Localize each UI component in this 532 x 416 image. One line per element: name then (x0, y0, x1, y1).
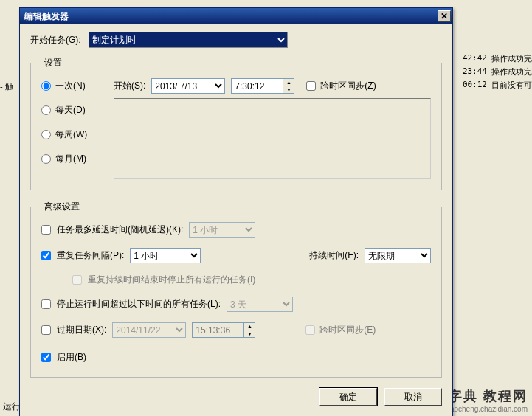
chevron-down-icon: ▼ (244, 330, 255, 337)
random-delay-label: 任务最多延迟时间(随机延迟)(K): (57, 223, 183, 236)
schedule-detail-panel (114, 98, 431, 179)
radio-weekly[interactable]: 每周(W) (41, 128, 103, 141)
expire-date-picker: 2014/11/22 (112, 322, 186, 338)
radio-monthly[interactable]: 每月(M) (41, 153, 103, 165)
log-row: 00:12目前没有可 (463, 78, 532, 91)
sidebar-tab-label: - 触 (0, 82, 13, 91)
statusbar-text: 运行 (3, 401, 21, 413)
begin-task-select[interactable]: 制定计划时 (89, 32, 288, 48)
stop-at-end-label: 重复持续时间结束时停止所有运行的任务(I) (88, 274, 255, 286)
cancel-button[interactable]: 取消 (384, 388, 442, 406)
expire-checkbox[interactable] (41, 325, 51, 335)
stop-longer-checkbox[interactable] (41, 299, 51, 309)
time-spinner[interactable]: ▲▼ (283, 78, 294, 94)
start-label: 开始(S): (114, 80, 145, 92)
random-delay-checkbox[interactable] (41, 225, 51, 235)
close-button[interactable]: ✕ (438, 10, 451, 22)
radio-once[interactable]: 一次(N) (41, 80, 103, 92)
close-icon: ✕ (441, 11, 448, 21)
repeat-interval-select[interactable]: 1 小时 (130, 248, 201, 263)
advanced-group: 高级设置 任务最多延迟时间(随机延迟)(K): 1 小时 重复任务间隔(P): … (30, 201, 442, 378)
expire-sync-checkbox: 跨时区同步(E) (305, 324, 376, 336)
start-date-picker[interactable]: 2013/ 7/13 (151, 78, 225, 94)
enabled-checkbox[interactable] (41, 353, 51, 362)
time-spinner: ▲▼ (243, 322, 255, 338)
start-time-field[interactable] (231, 78, 283, 94)
random-delay-select: 1 小时 (189, 222, 255, 238)
expire-time-field (192, 322, 243, 338)
begin-task-label: 开始任务(G): (30, 34, 81, 46)
log-row: 42:42操作成功完 (463, 52, 532, 65)
repeat-label: 重复任务间隔(P): (57, 249, 124, 262)
ok-button[interactable]: 确定 (319, 388, 377, 406)
expire-label: 过期日期(X): (57, 324, 106, 336)
settings-group: 设置 一次(N) 每天(D) 每周(W) 每月(M) 开始(S): 2013/ … (30, 57, 442, 190)
settings-legend: 设置 (41, 57, 65, 69)
dialog-title: 编辑触发器 (24, 10, 69, 23)
repeat-checkbox[interactable] (41, 251, 51, 260)
stop-longer-select: 3 天 (227, 297, 293, 312)
radio-daily[interactable]: 每天(D) (41, 104, 103, 117)
edit-trigger-dialog: 编辑触发器 ✕ 开始任务(G): 制定计划时 设置 一次(N) 每天(D) 每周… (19, 7, 453, 416)
log-row: 23:44操作成功完 (463, 65, 532, 78)
stop-longer-label: 停止运行时间超过以下时间的所有任务(L): (57, 298, 221, 311)
chevron-up-icon: ▲ (244, 323, 255, 330)
enabled-label: 启用(B) (57, 351, 86, 364)
background-log: 42:42操作成功完 23:44操作成功完 00:12目前没有可 (463, 52, 532, 91)
titlebar[interactable]: 编辑触发器 ✕ (20, 8, 452, 24)
sync-timezone-checkbox[interactable]: 跨时区同步(Z) (306, 80, 376, 92)
chevron-down-icon[interactable]: ▼ (283, 86, 294, 93)
advanced-legend: 高级设置 (41, 201, 83, 213)
duration-label: 持续时间(F): (309, 249, 359, 262)
duration-select[interactable]: 无限期 (365, 248, 431, 263)
chevron-up-icon[interactable]: ▲ (283, 79, 294, 86)
stop-at-end-checkbox (72, 275, 82, 285)
